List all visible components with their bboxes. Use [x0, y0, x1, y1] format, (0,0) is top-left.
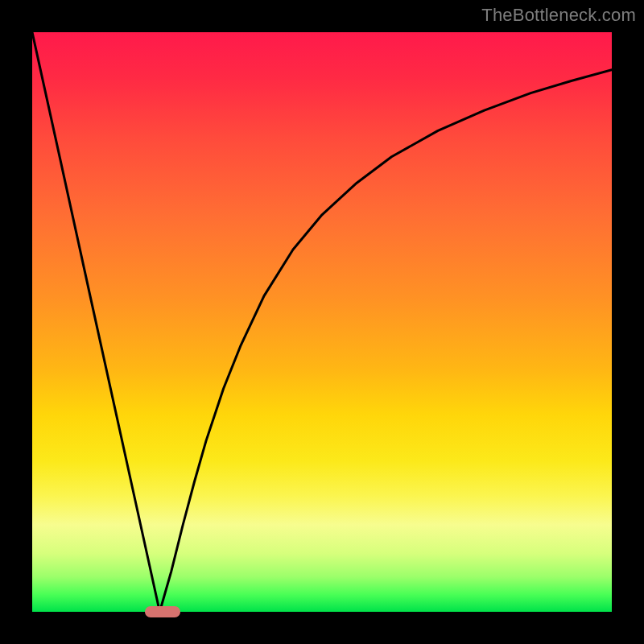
- plot-area: [32, 32, 612, 612]
- watermark-text: TheBottleneck.com: [481, 5, 636, 26]
- optimum-marker: [145, 606, 180, 617]
- chart-frame: TheBottleneck.com: [0, 0, 644, 644]
- bottleneck-curve: [32, 32, 612, 612]
- curve-svg: [32, 32, 612, 612]
